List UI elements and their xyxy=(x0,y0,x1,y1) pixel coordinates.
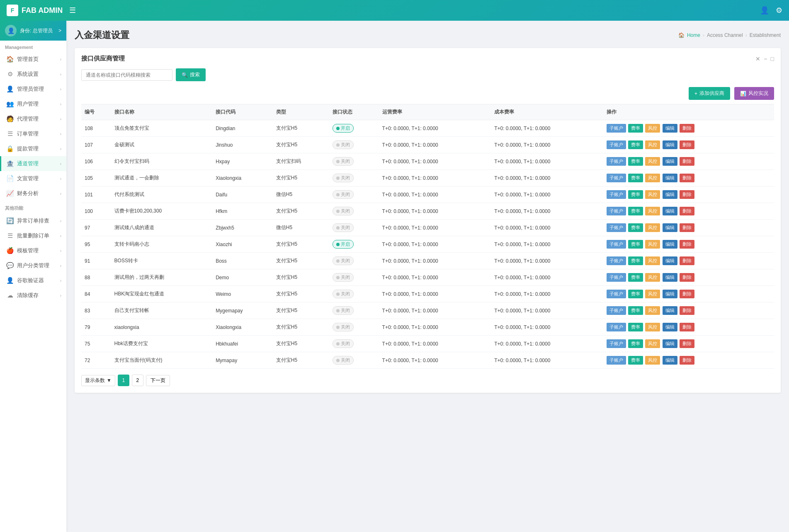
rate-button[interactable]: 费率 xyxy=(628,339,643,348)
sidebar-item-channel[interactable]: 🏦 通道管理 › xyxy=(0,156,66,171)
rate-button[interactable]: 费率 xyxy=(628,273,643,282)
risk-button[interactable]: 风控 xyxy=(645,356,660,365)
edit-button[interactable]: 编辑 xyxy=(663,174,677,182)
risk-button[interactable]: 风控 xyxy=(645,240,660,249)
status-badge[interactable]: 开启 xyxy=(333,124,354,133)
sub-account-button[interactable]: 子账户 xyxy=(607,256,626,265)
sub-account-button[interactable]: 子账户 xyxy=(607,306,626,315)
edit-button[interactable]: 编辑 xyxy=(663,273,677,282)
risk-button[interactable]: 风控 xyxy=(645,273,660,282)
sub-account-button[interactable]: 子账户 xyxy=(607,290,626,298)
risk-button[interactable]: 风控 xyxy=(645,290,660,298)
delete-button[interactable]: 删除 xyxy=(680,140,694,149)
edit-button[interactable]: 编辑 xyxy=(663,290,677,298)
card-minimize-button[interactable]: − xyxy=(764,56,767,62)
search-input[interactable] xyxy=(81,69,172,81)
rate-button[interactable]: 费率 xyxy=(628,157,643,166)
sub-account-button[interactable]: 子账户 xyxy=(607,223,626,232)
edit-button[interactable]: 编辑 xyxy=(663,256,677,265)
sidebar-item-template[interactable]: 🍎 模板管理 › xyxy=(0,243,66,258)
delete-button[interactable]: 删除 xyxy=(680,323,694,331)
rate-button[interactable]: 费率 xyxy=(628,124,643,133)
sidebar-item-agent[interactable]: 🧑 代理管理 › xyxy=(0,111,66,126)
delete-button[interactable]: 删除 xyxy=(680,240,694,249)
edit-button[interactable]: 编辑 xyxy=(663,240,677,249)
delete-button[interactable]: 删除 xyxy=(680,339,694,348)
sidebar-item-clear-cache[interactable]: ☁ 清除缓存 › xyxy=(0,288,66,303)
search-button[interactable]: 🔍 搜索 xyxy=(176,68,206,81)
rate-button[interactable]: 费率 xyxy=(628,190,643,199)
sub-account-button[interactable]: 子账户 xyxy=(607,190,626,199)
risk-button[interactable]: 风控 xyxy=(645,256,660,265)
edit-button[interactable]: 编辑 xyxy=(663,140,677,149)
page-2-button[interactable]: 2 xyxy=(132,375,143,386)
risk-button[interactable]: 风控 xyxy=(645,223,660,232)
sidebar-user[interactable]: 👤 身份: 总管理员 > xyxy=(0,21,66,41)
delete-button[interactable]: 删除 xyxy=(680,190,694,199)
sub-account-button[interactable]: 子账户 xyxy=(607,339,626,348)
sidebar-item-user-category[interactable]: 💬 用户分类管理 › xyxy=(0,258,66,273)
risk-button[interactable]: 风控 xyxy=(645,306,660,315)
status-badge[interactable]: 关闭 xyxy=(333,157,354,166)
rate-button[interactable]: 费率 xyxy=(628,306,643,315)
status-badge[interactable]: 关闭 xyxy=(333,207,354,215)
delete-button[interactable]: 删除 xyxy=(680,207,694,215)
sub-account-button[interactable]: 子账户 xyxy=(607,273,626,282)
sub-account-button[interactable]: 子账户 xyxy=(607,207,626,215)
sub-account-button[interactable]: 子账户 xyxy=(607,157,626,166)
delete-button[interactable]: 删除 xyxy=(680,256,694,265)
sub-account-button[interactable]: 子账户 xyxy=(607,323,626,331)
rate-button[interactable]: 费率 xyxy=(628,174,643,182)
edit-button[interactable]: 编辑 xyxy=(663,157,677,166)
rate-button[interactable]: 费率 xyxy=(628,240,643,249)
delete-button[interactable]: 删除 xyxy=(680,223,694,232)
rate-button[interactable]: 费率 xyxy=(628,290,643,298)
status-badge[interactable]: 关闭 xyxy=(333,356,354,365)
risk-button[interactable]: 风控 xyxy=(645,157,660,166)
delete-button[interactable]: 删除 xyxy=(680,356,694,365)
delete-button[interactable]: 删除 xyxy=(680,124,694,133)
delete-button[interactable]: 删除 xyxy=(680,290,694,298)
rate-button[interactable]: 费率 xyxy=(628,207,643,215)
sidebar-item-order[interactable]: ☰ 订单管理 › xyxy=(0,126,66,141)
delete-button[interactable]: 删除 xyxy=(680,157,694,166)
rate-button[interactable]: 费率 xyxy=(628,323,643,331)
edit-button[interactable]: 编辑 xyxy=(663,306,677,315)
status-badge[interactable]: 开启 xyxy=(333,240,354,249)
status-badge[interactable]: 关闭 xyxy=(333,339,354,348)
sidebar-item-system[interactable]: ⚙ 系统设置 › xyxy=(0,67,66,82)
sidebar-item-home[interactable]: 🏠 管理首页 › xyxy=(0,52,66,67)
edit-button[interactable]: 编辑 xyxy=(663,339,677,348)
sidebar-item-abnormal[interactable]: 🔄 异常订单排查 › xyxy=(0,213,66,228)
sidebar-item-user[interactable]: 👥 用户管理 › xyxy=(0,97,66,111)
risk-button[interactable]: 风控 xyxy=(645,190,660,199)
rate-button[interactable]: 费率 xyxy=(628,356,643,365)
sub-account-button[interactable]: 子账户 xyxy=(607,356,626,365)
sidebar-item-document[interactable]: 📄 文宣管理 › xyxy=(0,171,66,186)
edit-button[interactable]: 编辑 xyxy=(663,124,677,133)
status-badge[interactable]: 关闭 xyxy=(333,290,354,298)
card-fullscreen-button[interactable]: □ xyxy=(771,56,774,62)
status-badge[interactable]: 关闭 xyxy=(333,273,354,282)
rate-button[interactable]: 费率 xyxy=(628,256,643,265)
status-badge[interactable]: 关闭 xyxy=(333,306,354,315)
sub-account-button[interactable]: 子账户 xyxy=(607,174,626,182)
sidebar-item-captcha[interactable]: 👤 谷歌验证器 › xyxy=(0,273,66,288)
sidebar-item-batch-delete[interactable]: ☰ 批量删除订单 › xyxy=(0,228,66,243)
edit-button[interactable]: 编辑 xyxy=(663,356,677,365)
sidebar-item-payment[interactable]: 🔒 提款管理 › xyxy=(0,141,66,156)
risk-button[interactable]: 风控 xyxy=(645,174,660,182)
page-1-button[interactable]: 1 xyxy=(118,375,129,386)
status-badge[interactable]: 关闭 xyxy=(333,223,354,232)
risk-button[interactable]: 风控 xyxy=(645,140,660,149)
edit-button[interactable]: 编辑 xyxy=(663,207,677,215)
gear-icon[interactable]: ⚙ xyxy=(776,6,782,15)
rate-button[interactable]: 费率 xyxy=(628,140,643,149)
card-close-button[interactable]: ✕ xyxy=(755,56,760,62)
user-icon[interactable]: 👤 xyxy=(760,6,769,15)
sidebar-item-finance[interactable]: 📈 财务分析 › xyxy=(0,186,66,201)
delete-button[interactable]: 删除 xyxy=(680,273,694,282)
status-badge[interactable]: 关闭 xyxy=(333,140,354,149)
sidebar-item-admin[interactable]: 👤 管理员管理 › xyxy=(0,82,66,97)
risk-button[interactable]: 风控 xyxy=(645,124,660,133)
